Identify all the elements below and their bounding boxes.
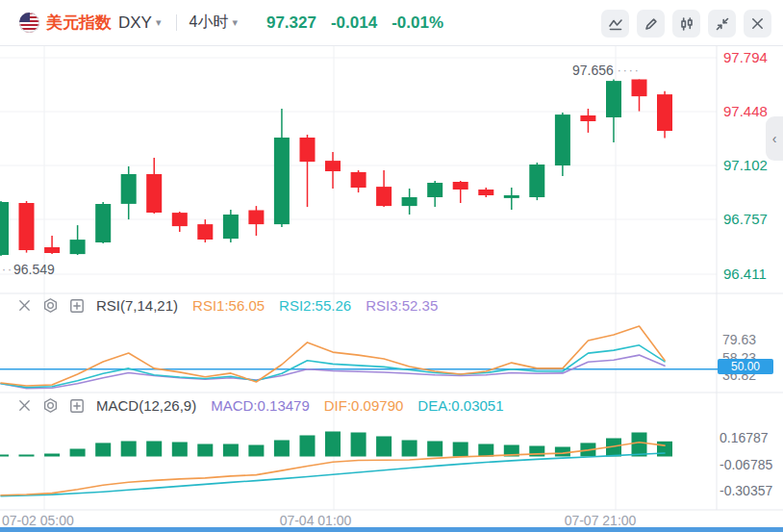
settings-icon[interactable] — [42, 397, 59, 414]
macd-title: MACD(12,26,9) — [96, 397, 196, 414]
rsi3-value: RSI3:52.35 — [366, 297, 438, 314]
rsi-title: RSI(7,14,21) — [96, 297, 178, 314]
macd-panel-header: MACD(12,26,9) MACD:0.13479 DIF:0.09790 D… — [17, 397, 504, 414]
us-flag-icon — [19, 13, 39, 33]
price-change: -0.014 — [331, 13, 377, 33]
macd-value: MACD:0.13479 — [211, 397, 310, 414]
line-chart-icon — [608, 16, 623, 32]
quote-strip: 97.327 -0.014 -0.01% — [266, 13, 443, 33]
header-divider — [176, 14, 177, 31]
rsi1-value: RSI1:56.05 — [192, 297, 265, 314]
chart-canvas[interactable] — [0, 0, 783, 532]
axis-collapse-tab[interactable]: ‹ — [766, 116, 783, 161]
add-indicator-icon[interactable] — [69, 298, 85, 314]
close-chart-button[interactable] — [744, 10, 771, 38]
rsi-panel-header: RSI(7,14,21) RSI1:56.05 RSI2:55.26 RSI3:… — [17, 297, 438, 314]
close-icon — [750, 16, 765, 31]
horizontal-scrollbar[interactable] — [0, 527, 783, 532]
chevron-down-icon[interactable]: ▾ — [156, 16, 162, 29]
pencil-icon — [644, 16, 659, 32]
candle-style-button[interactable] — [672, 10, 700, 38]
collapse-arrows-icon — [715, 16, 730, 32]
dea-value: DEA:0.03051 — [417, 397, 503, 414]
last-price: 97.327 — [266, 13, 316, 33]
draw-button[interactable] — [637, 10, 665, 38]
chart-header: 美元指数 DXY ▾ 4小时 ▾ 97.327 -0.014 -0.01% — [0, 0, 783, 46]
chart-window: 美元指数 DXY ▾ 4小时 ▾ 97.327 -0.014 -0.01% — [0, 0, 783, 532]
timeframe-dropdown[interactable]: 4小时 — [189, 13, 229, 33]
price-change-percent: -0.01% — [392, 13, 443, 33]
chevron-down-icon[interactable]: ▾ — [232, 16, 238, 29]
header-toolbar — [601, 10, 771, 38]
close-icon[interactable] — [17, 298, 32, 313]
rsi-level-tag: 50.00 — [718, 359, 773, 374]
collapse-button[interactable] — [708, 10, 736, 38]
dif-value: DIF:0.09790 — [324, 397, 404, 414]
symbol-ticker-dropdown[interactable]: DXY — [118, 13, 152, 33]
add-indicator-icon[interactable] — [69, 398, 85, 414]
close-icon[interactable] — [17, 398, 32, 413]
symbol-name: 美元指数 — [46, 12, 112, 34]
line-chart-button[interactable] — [601, 10, 629, 38]
settings-icon[interactable] — [42, 297, 59, 314]
rsi2-value: RSI2:55.26 — [279, 297, 351, 314]
candlestick-icon — [679, 16, 695, 32]
